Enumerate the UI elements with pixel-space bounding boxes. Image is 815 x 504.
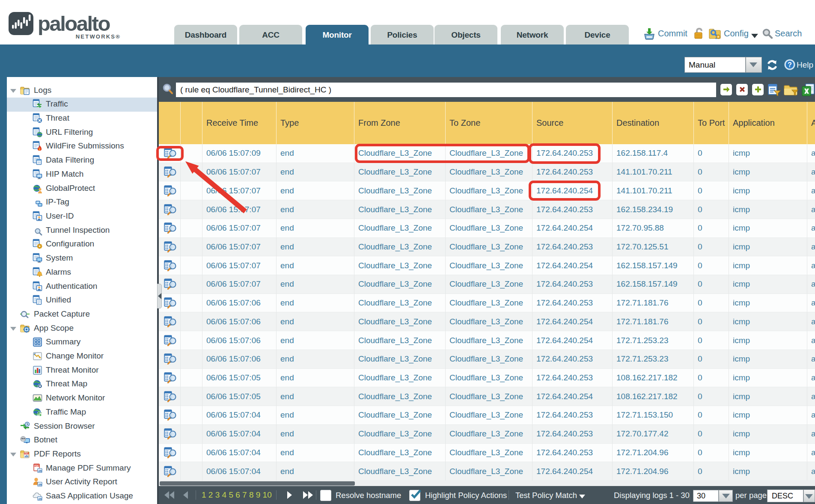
svg-text:PDF: PDF xyxy=(34,464,39,466)
svg-text:PDF: PDF xyxy=(24,452,28,454)
svg-text:?: ? xyxy=(788,61,792,68)
svg-text:NETWORKS®: NETWORKS® xyxy=(76,33,121,40)
svg-text:paloalto: paloalto xyxy=(38,12,110,35)
